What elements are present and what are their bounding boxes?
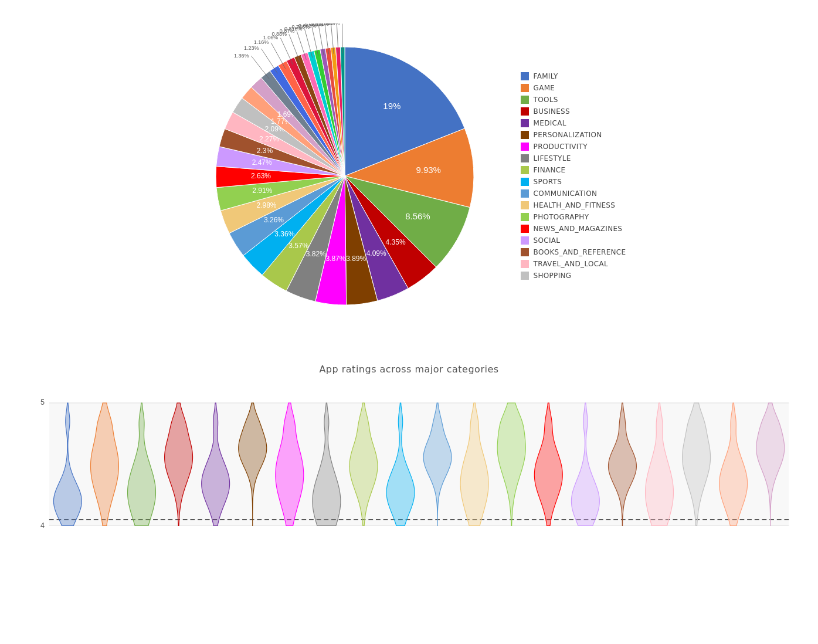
legend-item: TOOLS (521, 96, 626, 104)
legend-item: FAMILY (521, 72, 626, 80)
legend-item: PRODUCTIVITY (521, 143, 626, 151)
legend-label: COMMUNICATION (534, 189, 598, 198)
legend-label: SOCIAL (534, 236, 561, 245)
svg-text:3.89%: 3.89% (346, 255, 366, 263)
legend-color-box (521, 131, 529, 139)
svg-text:2.63%: 2.63% (251, 172, 271, 180)
legend-color-box (521, 272, 529, 280)
legend-label: TRAVEL_AND_LOCAL (534, 260, 608, 268)
legend-label: PHOTOGRAPHY (534, 213, 589, 221)
svg-text:2.91%: 2.91% (252, 187, 272, 195)
svg-text:3.57%: 3.57% (288, 242, 308, 250)
pie-chart: 19%9.93%8.56%4.35%4.09%3.89%3.87%3.82%3.… (192, 23, 497, 328)
violin-chart: 54 (23, 392, 795, 545)
legend-color-box (521, 143, 529, 151)
legend-label: FAMILY (534, 72, 558, 80)
legend-color-box (521, 166, 529, 174)
legend-color-box (521, 248, 529, 256)
legend-label: TOOLS (534, 96, 558, 104)
svg-text:0.549%: 0.549% (322, 23, 340, 26)
legend-color-box (521, 189, 529, 198)
svg-line-20 (251, 56, 269, 79)
legend-label: SPORTS (534, 178, 562, 186)
legend-color-box (521, 84, 529, 92)
svg-text:5: 5 (40, 398, 45, 406)
legend-item: GAME (521, 84, 626, 92)
legend-item: PERSONALIZATION (521, 131, 626, 139)
legend-color-box (521, 119, 529, 127)
legend-item: BUSINESS (521, 107, 626, 116)
svg-text:19%: 19% (383, 101, 400, 111)
legend-color-box (521, 236, 529, 245)
svg-rect-46 (49, 403, 789, 526)
svg-line-22 (261, 49, 277, 73)
svg-text:8.56%: 8.56% (405, 211, 430, 221)
svg-line-24 (271, 43, 286, 69)
legend-label: PERSONALIZATION (534, 131, 602, 139)
legend-color-box (521, 72, 529, 80)
legend-item: BOOKS_AND_REFERENCE (521, 248, 626, 256)
svg-text:2.3%: 2.3% (256, 147, 273, 155)
svg-text:2.98%: 2.98% (256, 201, 276, 209)
legend-color-box (521, 260, 529, 268)
svg-text:3.82%: 3.82% (306, 250, 325, 258)
legend-label: GAME (534, 84, 555, 92)
legend-item: PHOTOGRAPHY (521, 213, 626, 221)
legend-item: LIFESTYLE (521, 154, 626, 162)
legend-label: FINANCE (534, 166, 566, 174)
violin-title: App ratings across major categories (23, 364, 795, 375)
legend-label: LIFESTYLE (534, 154, 571, 162)
legend-label: MEDICAL (534, 119, 566, 127)
svg-text:2.47%: 2.47% (252, 158, 271, 167)
svg-text:3.36%: 3.36% (274, 230, 294, 238)
legend-color-box (521, 225, 529, 233)
legend-item: COMMUNICATION (521, 189, 626, 198)
svg-text:4: 4 (40, 521, 45, 530)
legend-item: SHOPPING (521, 272, 626, 280)
svg-text:4.09%: 4.09% (366, 249, 386, 257)
legend-item: SPORTS (521, 178, 626, 186)
legend-color-box (521, 213, 529, 221)
svg-text:3.87%: 3.87% (325, 255, 345, 263)
legend-label: SHOPPING (534, 272, 572, 280)
violin-section: App ratings across major categories 54 (12, 364, 806, 545)
svg-text:9.93%: 9.93% (416, 165, 441, 175)
legend-color-box (521, 201, 529, 209)
legend-color-box (521, 107, 529, 116)
page: 19%9.93%8.56%4.35%4.09%3.89%3.87%3.82%3.… (0, 0, 818, 644)
legend-item: NEWS_AND_MAGAZINES (521, 225, 626, 233)
legend-label: BOOKS_AND_REFERENCE (534, 248, 626, 256)
pie-section: 19%9.93%8.56%4.35%4.09%3.89%3.87%3.82%3.… (12, 23, 806, 328)
legend-item: SOCIAL (521, 236, 626, 245)
legend-label: BUSINESS (534, 107, 570, 116)
legend-item: TRAVEL_AND_LOCAL (521, 260, 626, 268)
legend-color-box (521, 154, 529, 162)
legend-color-box (521, 178, 529, 186)
legend-item: MEDICAL (521, 119, 626, 127)
svg-text:4.35%: 4.35% (385, 238, 405, 246)
svg-text:1.23%: 1.23% (244, 45, 259, 51)
legend-item: FINANCE (521, 166, 626, 174)
legend-label: HEALTH_AND_FITNESS (534, 201, 616, 209)
legend-label: PRODUCTIVITY (534, 143, 588, 151)
svg-text:3.26%: 3.26% (264, 216, 284, 224)
legend-label: NEWS_AND_MAGAZINES (534, 225, 623, 233)
legend-color-box (521, 96, 529, 104)
legend-item: HEALTH_AND_FITNESS (521, 201, 626, 209)
pie-legend: FAMILYGAMETOOLSBUSINESSMEDICALPERSONALIZ… (521, 72, 626, 280)
svg-text:1.36%: 1.36% (233, 53, 249, 59)
